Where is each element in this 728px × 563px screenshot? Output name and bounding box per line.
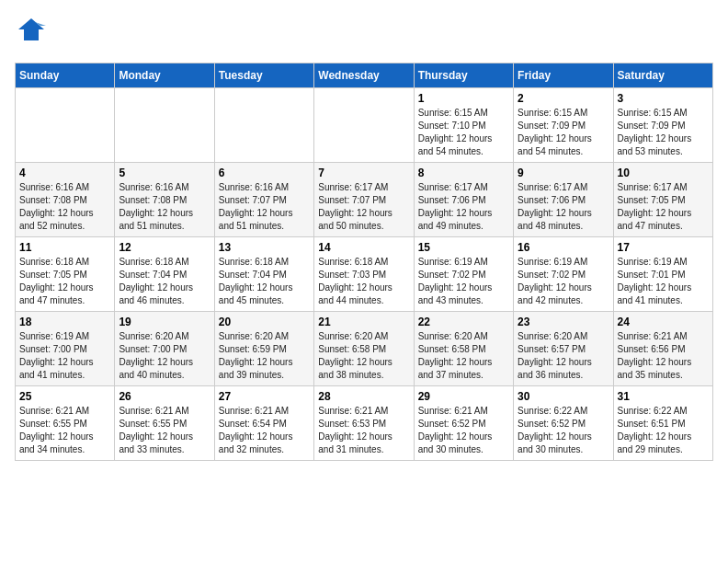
weekday-header: Monday (115, 63, 214, 88)
calendar-cell: 5Sunrise: 6:16 AMSunset: 7:08 PMDaylight… (115, 163, 214, 237)
day-number: 13 (219, 241, 310, 254)
day-number: 22 (418, 316, 509, 328)
day-number: 6 (219, 167, 310, 179)
calendar-cell: 28Sunrise: 6:21 AMSunset: 6:53 PMDayligh… (314, 386, 414, 461)
day-number: 10 (618, 167, 709, 179)
day-info: Sunrise: 6:20 AMSunset: 6:58 PMDaylight:… (418, 330, 509, 382)
logo-icon (15, 15, 48, 48)
calendar-cell: 10Sunrise: 6:17 AMSunset: 7:05 PMDayligh… (613, 163, 712, 237)
calendar-week-row: 25Sunrise: 6:21 AMSunset: 6:55 PMDayligh… (16, 386, 713, 461)
calendar-cell: 9Sunrise: 6:17 AMSunset: 7:06 PMDaylight… (514, 163, 613, 237)
calendar-cell: 2Sunrise: 6:15 AMSunset: 7:09 PMDaylight… (514, 88, 613, 163)
calendar-week-row: 11Sunrise: 6:18 AMSunset: 7:05 PMDayligh… (16, 237, 713, 312)
day-info: Sunrise: 6:19 AMSunset: 7:00 PMDaylight:… (19, 330, 110, 382)
calendar-cell: 19Sunrise: 6:20 AMSunset: 7:00 PMDayligh… (115, 312, 214, 386)
weekday-header: Saturday (613, 63, 712, 88)
day-info: Sunrise: 6:15 AMSunset: 7:09 PMDaylight:… (618, 107, 709, 158)
calendar-cell: 15Sunrise: 6:19 AMSunset: 7:02 PMDayligh… (414, 237, 513, 312)
calendar-cell (314, 88, 414, 163)
day-number: 21 (318, 316, 409, 328)
calendar-cell: 18Sunrise: 6:19 AMSunset: 7:00 PMDayligh… (16, 312, 115, 386)
calendar-cell: 3Sunrise: 6:15 AMSunset: 7:09 PMDaylight… (613, 88, 712, 163)
calendar-cell: 6Sunrise: 6:16 AMSunset: 7:07 PMDaylight… (214, 163, 313, 237)
day-info: Sunrise: 6:22 AMSunset: 6:52 PMDaylight:… (518, 405, 609, 456)
day-info: Sunrise: 6:17 AMSunset: 7:07 PMDaylight:… (318, 181, 409, 233)
day-number: 9 (518, 167, 609, 179)
day-info: Sunrise: 6:21 AMSunset: 6:55 PMDaylight:… (119, 405, 210, 456)
day-number: 8 (418, 167, 509, 179)
calendar-cell: 14Sunrise: 6:18 AMSunset: 7:03 PMDayligh… (314, 237, 414, 312)
day-info: Sunrise: 6:16 AMSunset: 7:07 PMDaylight:… (219, 181, 310, 233)
day-info: Sunrise: 6:21 AMSunset: 6:52 PMDaylight:… (418, 405, 509, 456)
weekday-header: Sunday (16, 63, 115, 88)
calendar-cell: 12Sunrise: 6:18 AMSunset: 7:04 PMDayligh… (115, 237, 214, 312)
weekday-header: Tuesday (214, 63, 313, 88)
day-number: 19 (119, 316, 210, 328)
day-info: Sunrise: 6:21 AMSunset: 6:56 PMDaylight:… (618, 330, 709, 382)
day-number: 12 (119, 241, 210, 254)
calendar-cell: 17Sunrise: 6:19 AMSunset: 7:01 PMDayligh… (613, 237, 712, 312)
day-number: 18 (19, 316, 110, 328)
day-number: 31 (618, 390, 709, 403)
calendar-week-row: 1Sunrise: 6:15 AMSunset: 7:10 PMDaylight… (16, 88, 713, 163)
day-number: 5 (119, 167, 210, 179)
day-number: 27 (219, 390, 310, 403)
day-number: 28 (318, 390, 409, 403)
day-info: Sunrise: 6:20 AMSunset: 6:58 PMDaylight:… (318, 330, 409, 382)
day-info: Sunrise: 6:20 AMSunset: 7:00 PMDaylight:… (119, 330, 210, 382)
day-number: 7 (318, 167, 409, 179)
calendar-cell: 26Sunrise: 6:21 AMSunset: 6:55 PMDayligh… (115, 386, 214, 461)
day-number: 25 (19, 390, 110, 403)
calendar-cell: 24Sunrise: 6:21 AMSunset: 6:56 PMDayligh… (613, 312, 712, 386)
day-number: 17 (618, 241, 709, 254)
day-info: Sunrise: 6:18 AMSunset: 7:04 PMDaylight:… (119, 256, 210, 307)
day-info: Sunrise: 6:22 AMSunset: 6:51 PMDaylight:… (618, 405, 709, 456)
day-info: Sunrise: 6:16 AMSunset: 7:08 PMDaylight:… (19, 181, 110, 233)
svg-marker-0 (18, 18, 44, 40)
calendar-cell: 8Sunrise: 6:17 AMSunset: 7:06 PMDaylight… (414, 163, 513, 237)
day-info: Sunrise: 6:21 AMSunset: 6:53 PMDaylight:… (318, 405, 409, 456)
calendar-cell: 11Sunrise: 6:18 AMSunset: 7:05 PMDayligh… (16, 237, 115, 312)
day-info: Sunrise: 6:16 AMSunset: 7:08 PMDaylight:… (119, 181, 210, 233)
calendar-cell: 22Sunrise: 6:20 AMSunset: 6:58 PMDayligh… (414, 312, 513, 386)
calendar-cell: 30Sunrise: 6:22 AMSunset: 6:52 PMDayligh… (514, 386, 613, 461)
calendar-cell: 1Sunrise: 6:15 AMSunset: 7:10 PMDaylight… (414, 88, 513, 163)
calendar-week-row: 18Sunrise: 6:19 AMSunset: 7:00 PMDayligh… (16, 312, 713, 386)
day-number: 29 (418, 390, 509, 403)
day-number: 3 (618, 92, 709, 105)
day-number: 14 (318, 241, 409, 254)
day-info: Sunrise: 6:21 AMSunset: 6:54 PMDaylight:… (219, 405, 310, 456)
calendar-cell: 27Sunrise: 6:21 AMSunset: 6:54 PMDayligh… (214, 386, 313, 461)
day-number: 16 (518, 241, 609, 254)
calendar-cell (214, 88, 313, 163)
day-number: 24 (618, 316, 709, 328)
calendar-cell: 16Sunrise: 6:19 AMSunset: 7:02 PMDayligh… (514, 237, 613, 312)
calendar-cell: 4Sunrise: 6:16 AMSunset: 7:08 PMDaylight… (16, 163, 115, 237)
day-info: Sunrise: 6:20 AMSunset: 6:57 PMDaylight:… (518, 330, 609, 382)
day-number: 26 (119, 390, 210, 403)
day-number: 20 (219, 316, 310, 328)
day-number: 4 (19, 167, 110, 179)
page-header (15, 15, 713, 52)
day-info: Sunrise: 6:17 AMSunset: 7:06 PMDaylight:… (518, 181, 609, 233)
day-info: Sunrise: 6:20 AMSunset: 6:59 PMDaylight:… (219, 330, 310, 382)
day-info: Sunrise: 6:17 AMSunset: 7:06 PMDaylight:… (418, 181, 509, 233)
calendar-cell: 31Sunrise: 6:22 AMSunset: 6:51 PMDayligh… (613, 386, 712, 461)
weekday-header: Wednesday (314, 63, 414, 88)
day-info: Sunrise: 6:19 AMSunset: 7:02 PMDaylight:… (518, 256, 609, 307)
calendar-cell: 7Sunrise: 6:17 AMSunset: 7:07 PMDaylight… (314, 163, 414, 237)
day-info: Sunrise: 6:18 AMSunset: 7:05 PMDaylight:… (19, 256, 110, 307)
day-number: 15 (418, 241, 509, 254)
calendar-cell: 25Sunrise: 6:21 AMSunset: 6:55 PMDayligh… (16, 386, 115, 461)
calendar-cell: 21Sunrise: 6:20 AMSunset: 6:58 PMDayligh… (314, 312, 414, 386)
day-number: 2 (518, 92, 609, 105)
calendar-cell: 29Sunrise: 6:21 AMSunset: 6:52 PMDayligh… (414, 386, 513, 461)
day-info: Sunrise: 6:19 AMSunset: 7:02 PMDaylight:… (418, 256, 509, 307)
day-info: Sunrise: 6:15 AMSunset: 7:10 PMDaylight:… (418, 107, 509, 158)
calendar-cell: 20Sunrise: 6:20 AMSunset: 6:59 PMDayligh… (214, 312, 313, 386)
day-number: 11 (19, 241, 110, 254)
day-number: 23 (518, 316, 609, 328)
weekday-header: Friday (514, 63, 613, 88)
logo (15, 15, 51, 52)
day-number: 30 (518, 390, 609, 403)
